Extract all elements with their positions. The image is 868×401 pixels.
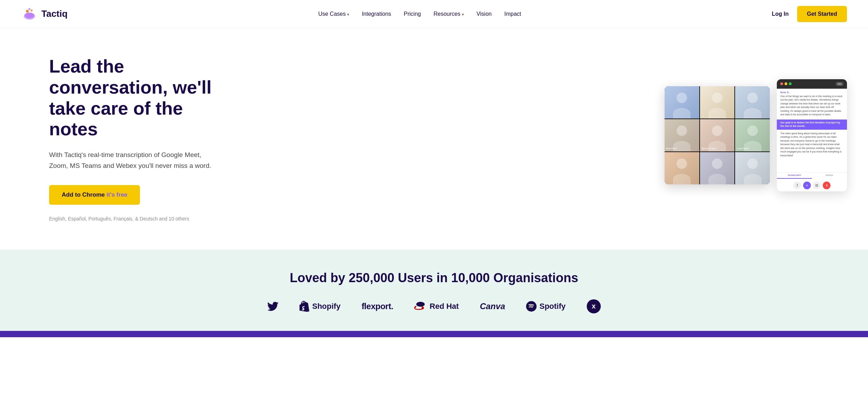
video-cell <box>700 152 735 184</box>
transcript-tab[interactable]: TRANSCRIPT <box>777 172 812 179</box>
xero-circle: x <box>587 299 601 313</box>
person-silhouette <box>677 93 687 103</box>
person-body <box>744 108 761 118</box>
navbar: Tactiq Use Cases▾ Integrations Pricing R… <box>0 0 868 28</box>
hero-content: Lead the conversation, we'll take care o… <box>49 56 231 222</box>
nav-links: Use Cases▾ Integrations Pricing Resource… <box>318 11 521 17</box>
svg-point-6 <box>526 301 537 312</box>
video-cell <box>700 86 735 118</box>
transcript-panel: ON Evie S. One of the things we want to … <box>777 79 847 191</box>
nav-integrations[interactable]: Integrations <box>362 11 391 17</box>
svg-point-1 <box>25 13 34 18</box>
spotify-icon <box>526 301 537 312</box>
svg-point-4 <box>28 8 31 10</box>
video-cell <box>735 86 770 118</box>
shopify-logo: Shopify <box>300 301 341 312</box>
pause-button[interactable]: ⏸ <box>823 182 830 189</box>
video-label: Tannis Ruben <box>700 144 735 151</box>
canva-logo: Canva <box>480 301 505 311</box>
person-body <box>673 174 691 184</box>
logo-text: Tactiq <box>41 8 68 19</box>
minimize-dot <box>785 82 787 85</box>
video-cell <box>735 152 770 184</box>
nav-impact[interactable]: Impact <box>504 11 521 17</box>
nav-vision[interactable]: Vision <box>477 11 492 17</box>
twitter-logo <box>267 302 278 311</box>
spotify-logo: Spotify <box>526 301 566 312</box>
flexport-label: flexport. <box>362 301 393 311</box>
video-cell: Luna Taylor <box>735 119 770 151</box>
twitter-icon <box>267 302 278 311</box>
redhat-logo: Red Hat <box>414 301 459 311</box>
canva-label: Canva <box>480 301 505 311</box>
hero-subtitle: With Tactiq's real-time transcription of… <box>49 150 217 171</box>
close-dot <box>780 82 783 85</box>
hero-languages: English, Español, Português, Français, &… <box>49 216 231 222</box>
transcript-text-1: One of the things we want to do in this … <box>777 95 847 119</box>
person-body <box>744 174 761 184</box>
video-grid: Aria Paris Tannis Ruben Luna Taylor <box>665 86 770 184</box>
hero-title: Lead the conversation, we'll take care o… <box>49 56 231 140</box>
hero-visual: Aria Paris Tannis Ruben Luna Taylor <box>665 79 847 198</box>
person-silhouette <box>747 125 758 136</box>
svg-point-5 <box>416 302 425 307</box>
shopify-icon <box>300 301 309 312</box>
spotify-label: Spotify <box>539 302 566 311</box>
add-to-chrome-button[interactable]: Add to Chrome it's free <box>49 185 140 205</box>
person-body <box>673 108 691 118</box>
video-label: Aria Paris <box>665 144 699 151</box>
logo-icon <box>21 6 38 22</box>
camera-button[interactable]: ⊡ <box>813 182 821 189</box>
hero-section: Lead the conversation, we'll take care o… <box>0 28 868 250</box>
nav-pricing[interactable]: Pricing <box>404 11 421 17</box>
share-button[interactable]: ⤴ <box>793 182 801 189</box>
transcript-text-2: The other good thing about having transc… <box>777 130 847 159</box>
person-silhouette <box>747 93 758 103</box>
chevron-down-icon: ▾ <box>462 12 464 16</box>
transcript-tabs: TRANSCRIPT NOTES <box>777 172 847 179</box>
person-silhouette <box>712 158 722 169</box>
person-silhouette <box>677 125 687 136</box>
xero-logo: x <box>587 299 601 313</box>
chevron-down-icon: ▾ <box>347 12 349 16</box>
video-cell: Tannis Ruben <box>700 119 735 151</box>
transcript-panel-header: ON <box>777 79 847 89</box>
person-silhouette <box>747 158 758 169</box>
person-silhouette <box>677 158 687 169</box>
shopify-label: Shopify <box>312 302 341 311</box>
transcript-highlight: Our goal is to deliver the first iterati… <box>777 120 847 130</box>
on-toggle[interactable]: ON <box>836 82 844 86</box>
transcript-action-bar: ⤴ ≡ ⊡ ⏸ <box>777 182 847 189</box>
person-body <box>708 108 726 118</box>
svg-point-2 <box>26 10 29 13</box>
login-button[interactable]: Log In <box>772 11 789 17</box>
transcript-speaker: Evie S. <box>777 89 847 95</box>
video-cell <box>665 152 699 184</box>
person-silhouette <box>712 93 722 103</box>
nav-use-cases[interactable]: Use Cases▾ <box>318 11 349 17</box>
redhat-label: Red Hat <box>430 302 459 311</box>
notes-tab[interactable]: NOTES <box>812 172 847 179</box>
loved-title: Loved by 250,000 Users in 10,000 Organis… <box>21 271 847 285</box>
logos-row: Shopify flexport. Red Hat Canva Spotify <box>21 299 847 313</box>
person-body <box>708 174 726 184</box>
redhat-icon <box>414 301 427 311</box>
cta-free-text: it's free <box>107 191 128 198</box>
video-cell <box>665 86 699 118</box>
nav-resources[interactable]: Resources▾ <box>433 11 464 17</box>
window-controls <box>780 82 792 85</box>
get-started-button[interactable]: Get Started <box>797 6 847 22</box>
svg-point-3 <box>31 9 33 12</box>
flexport-logo: flexport. <box>362 301 393 311</box>
loved-section: Loved by 250,000 Users in 10,000 Organis… <box>0 250 868 331</box>
expand-dot <box>789 82 792 85</box>
video-label: Luna Taylor <box>735 144 770 151</box>
person-silhouette <box>712 125 722 136</box>
cta-main-text: Add to Chrome <box>62 191 105 198</box>
logo[interactable]: Tactiq <box>21 6 68 22</box>
footer-accent-bar <box>0 331 868 337</box>
nav-actions: Log In Get Started <box>772 6 847 22</box>
transcript-mode-button[interactable]: ≡ <box>803 182 811 189</box>
video-cell: Aria Paris <box>665 119 699 151</box>
